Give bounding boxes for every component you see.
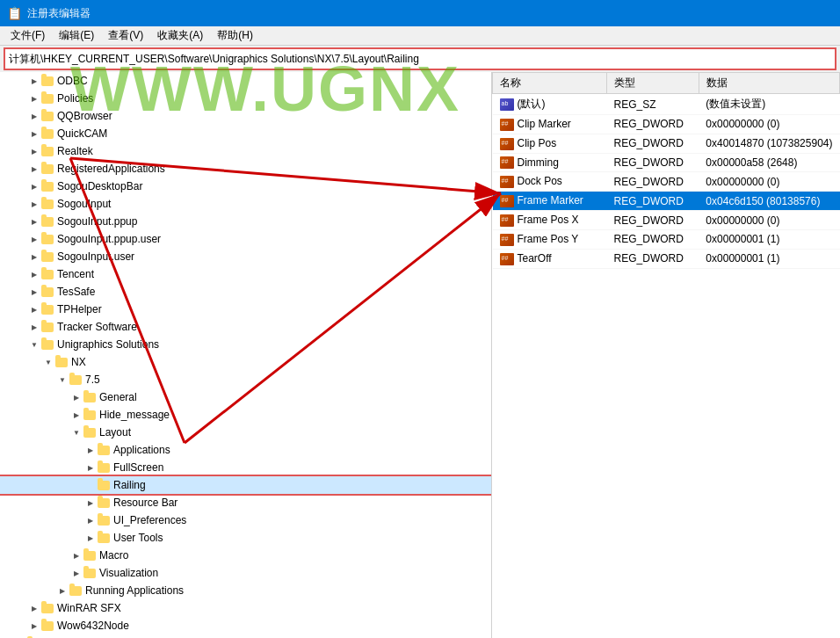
tree-item-applications[interactable]: Applications	[0, 441, 491, 459]
tree-item-fullscreen[interactable]: FullScreen	[0, 459, 491, 476]
tree-item-runningapps[interactable]: Running Applications	[0, 582, 491, 599]
tree-label-usertools: User Tools	[113, 532, 163, 544]
tree-item-tracker[interactable]: Tracker Software	[0, 318, 491, 336]
tree-item-layout[interactable]: Layout	[0, 424, 491, 441]
reg-row-8[interactable]: TearOffREG_DWORD0x00000001 (1)	[493, 249, 840, 268]
tree-arrow-sogousinput3[interactable]	[28, 233, 40, 245]
folder-icon-applications	[97, 443, 111, 457]
tree-item-sogousinput3[interactable]: SogouInput.ppup.user	[0, 230, 491, 248]
tree-item-visualization[interactable]: Visualization	[0, 564, 491, 582]
tree-item-winrar[interactable]: WinRAR SFX	[0, 599, 491, 617]
tree-item-tencent[interactable]: Tencent	[0, 265, 491, 283]
tree-arrow-policies[interactable]	[28, 92, 40, 105]
tree-arrow-unigraphics[interactable]	[28, 338, 40, 351]
tree-item-system[interactable]: System	[0, 634, 491, 638]
tree-arrow-layout[interactable]	[70, 426, 83, 439]
folder-icon-registered	[40, 162, 54, 176]
reg-row-0[interactable]: (默认)REG_SZ(数值未设置)	[493, 94, 840, 115]
tree-arrow-uiprefs[interactable]	[84, 514, 97, 526]
tree-arrow-macro[interactable]	[70, 549, 83, 562]
menu-favorites[interactable]: 收藏夹(A)	[150, 26, 210, 45]
tree-arrow-fullscreen[interactable]	[84, 461, 97, 474]
tree-item-usertools[interactable]: User Tools	[0, 529, 491, 547]
tree-item-uiprefs[interactable]: UI_Preferences	[0, 511, 491, 529]
reg-type-4: REG_DWORD	[607, 172, 699, 192]
tree-item-tphelper[interactable]: TPHelper	[0, 301, 491, 318]
tree-arrow-tessafe[interactable]	[28, 286, 40, 298]
tree-arrow-sogoudesktop[interactable]	[28, 180, 40, 192]
tree-item-nx[interactable]: NX	[0, 353, 491, 371]
tree-arrow-qqbrowser[interactable]	[28, 110, 40, 122]
tree-arrow-general[interactable]	[70, 391, 83, 403]
tree-arrow-quickcam[interactable]	[28, 127, 40, 140]
tree-label-tessafe: TesSafe	[57, 286, 95, 298]
tree-item-quickcam[interactable]: QuickCAM	[0, 125, 491, 142]
tree-arrow-registered[interactable]	[28, 163, 40, 175]
tree-arrow-nx[interactable]	[42, 356, 54, 368]
reg-row-1[interactable]: Clip MarkerREG_DWORD0x00000000 (0)	[493, 115, 840, 134]
tree-arrow-railing[interactable]	[84, 479, 97, 491]
reg-row-4[interactable]: Dock PosREG_DWORD0x00000000 (0)	[493, 172, 840, 192]
col-header-name: 名称	[493, 73, 607, 94]
tree-arrow-resourcebar[interactable]	[84, 497, 97, 509]
tree-arrow-applications[interactable]	[84, 444, 97, 456]
menu-help[interactable]: 帮助(H)	[210, 26, 260, 45]
tree-label-hidemessage: Hide_message	[99, 409, 170, 421]
tree-label-realtek: Realtek	[57, 145, 93, 157]
address-bar[interactable]	[4, 47, 836, 70]
reg-name-5: Frame Marker	[493, 192, 607, 211]
folder-icon-layout	[83, 425, 97, 439]
tree-arrow-hidemessage[interactable]	[70, 409, 83, 421]
tree-item-registered[interactable]: RegisteredApplications	[0, 160, 491, 178]
tree-arrow-realtek[interactable]	[28, 145, 40, 157]
tree-arrow-sogousinput[interactable]	[28, 198, 40, 210]
tree-arrow-runningapps[interactable]	[56, 584, 69, 597]
tree-item-railing[interactable]: Railing	[0, 476, 491, 494]
tree-item-wow6432[interactable]: Wow6432Node	[0, 617, 491, 634]
tree-item-sogoudesktop[interactable]: SogouDesktopBar	[0, 178, 491, 195]
reg-row-2[interactable]: Clip PosREG_DWORD0x40014870 (1073825904)	[493, 134, 840, 153]
reg-type-5: REG_DWORD	[607, 192, 699, 211]
tree-item-sogousinput2[interactable]: SogouInput.ppup	[0, 213, 491, 230]
tree-item-hidemessage[interactable]: Hide_message	[0, 406, 491, 424]
tree-arrow-tracker[interactable]	[28, 321, 40, 333]
reg-icon-3	[500, 156, 514, 169]
reg-row-3[interactable]: DimmingREG_DWORD0x00000a58 (2648)	[493, 153, 840, 172]
tree-item-odbc[interactable]: ODBC	[0, 72, 491, 90]
folder-icon-sogousinput4	[40, 250, 54, 264]
tree-arrow-usertools[interactable]	[84, 532, 97, 544]
right-panel: 名称 类型 数据 (默认)REG_SZ(数值未设置)Clip MarkerREG…	[492, 72, 840, 638]
tree-arrow-v75[interactable]	[56, 373, 69, 386]
tree-item-realtek[interactable]: Realtek	[0, 142, 491, 160]
tree-item-sogousinput4[interactable]: SogouInput.user	[0, 248, 491, 265]
reg-icon-8	[500, 253, 514, 265]
reg-row-5[interactable]: Frame MarkerREG_DWORD0x04c6d150 (8013857…	[493, 192, 840, 211]
address-input[interactable]	[9, 53, 831, 65]
reg-icon-7	[500, 234, 514, 246]
tree-arrow-tphelper[interactable]	[28, 303, 40, 315]
tree-arrow-winrar[interactable]	[28, 602, 40, 614]
reg-row-7[interactable]: Frame Pos YREG_DWORD0x00000001 (1)	[493, 229, 840, 249]
menu-edit[interactable]: 编辑(E)	[52, 26, 101, 45]
tree-arrow-sogousinput4[interactable]	[28, 250, 40, 263]
tree-item-sogousinput[interactable]: SogouInput	[0, 195, 491, 213]
tree-arrow-odbc[interactable]	[28, 75, 40, 87]
tree-item-general[interactable]: General	[0, 388, 491, 406]
tree-item-unigraphics[interactable]: Unigraphics Solutions	[0, 336, 491, 353]
menu-file[interactable]: 文件(F)	[4, 26, 52, 45]
tree-item-qqbrowser[interactable]: QQBrowser	[0, 107, 491, 125]
menu-view[interactable]: 查看(V)	[101, 26, 150, 45]
tree-arrow-visualization[interactable]	[70, 567, 83, 579]
reg-row-6[interactable]: Frame Pos XREG_DWORD0x00000000 (0)	[493, 211, 840, 230]
tree-arrow-tencent[interactable]	[28, 268, 40, 280]
tree-item-policies[interactable]: Policies	[0, 90, 491, 107]
tree-arrow-sogousinput2[interactable]	[28, 215, 40, 228]
tree-item-v75[interactable]: 7.5	[0, 371, 491, 388]
tree-item-tessafe[interactable]: TesSafe	[0, 283, 491, 301]
tree-arrow-wow6432[interactable]	[28, 620, 40, 632]
tree-item-macro[interactable]: Macro	[0, 547, 491, 564]
tree-panel[interactable]: ODBCPoliciesQQBrowserQuickCAMRealtekRegi…	[0, 72, 492, 638]
tree-label-unigraphics: Unigraphics Solutions	[57, 338, 159, 351]
tree-item-resourcebar[interactable]: Resource Bar	[0, 494, 491, 511]
folder-icon-v75	[69, 373, 83, 387]
